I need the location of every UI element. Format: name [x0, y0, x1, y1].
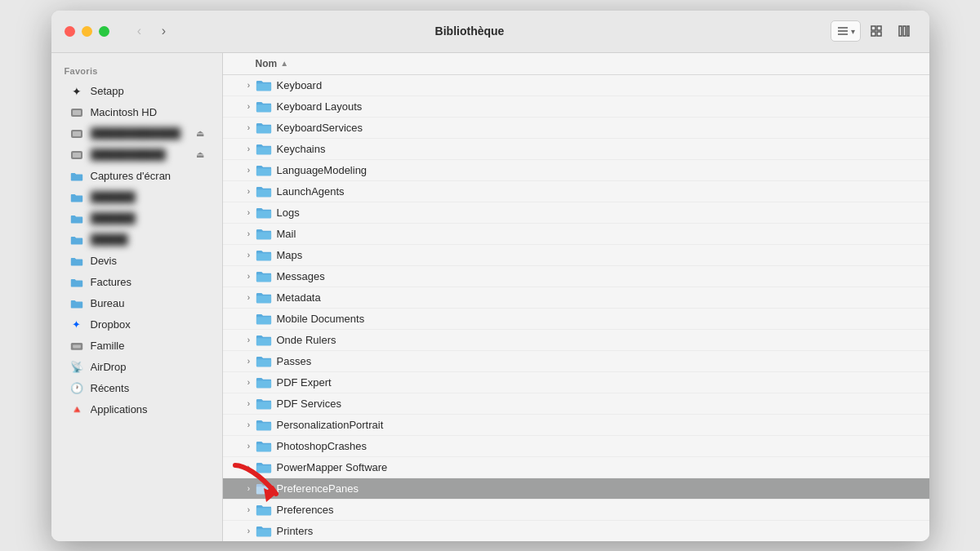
sidebar-item-drive2[interactable]: ██████████ ⏏: [56, 144, 217, 166]
folder-icon: [69, 275, 84, 290]
file-row[interactable]: › PreferencePanes: [223, 478, 929, 500]
expand-arrow-icon[interactable]: ›: [243, 503, 256, 516]
file-name: Preferences: [277, 504, 920, 516]
folder-icon: [256, 78, 272, 91]
sort-ascending-icon: ▲: [280, 59, 288, 68]
sidebar-item-dropbox[interactable]: ✦ Dropbox: [56, 314, 217, 335]
expand-arrow-icon[interactable]: ›: [243, 269, 256, 282]
column-view-button[interactable]: [892, 20, 916, 42]
sidebar-item-airdrop[interactable]: 📡 AirDrop: [56, 357, 217, 378]
sidebar-item-label: AirDrop: [91, 361, 204, 373]
fullscreen-button[interactable]: [99, 26, 109, 37]
expand-arrow-icon[interactable]: ›: [243, 333, 256, 346]
file-name: Passes: [277, 355, 920, 367]
svg-rect-7: [899, 26, 902, 36]
svg-rect-11: [73, 110, 81, 115]
file-row[interactable]: › Passes: [223, 351, 929, 372]
sidebar-item-famille[interactable]: Famille: [56, 335, 217, 357]
close-button[interactable]: [65, 26, 75, 37]
sidebar-item-macintosh-hd[interactable]: Macintosh HD: [56, 102, 217, 123]
expand-arrow-icon[interactable]: ›: [243, 142, 256, 155]
expand-arrow-icon[interactable]: ›: [243, 375, 256, 389]
sidebar-item-folder3[interactable]: █████: [56, 229, 217, 251]
folder-icon: [256, 524, 272, 537]
file-row[interactable]: › Maps: [223, 245, 929, 266]
file-row[interactable]: › PDF Expert: [223, 372, 929, 393]
sidebar-item-folder1[interactable]: ██████: [56, 187, 217, 208]
file-row[interactable]: › Keyboard Layouts: [223, 96, 929, 118]
file-row[interactable]: › Messages: [223, 266, 929, 287]
sidebar-item-recents[interactable]: 🕐 Récents: [56, 378, 217, 399]
expand-arrow-icon[interactable]: ›: [243, 439, 256, 452]
file-row[interactable]: Mobile Documents: [223, 309, 929, 330]
expand-arrow-icon[interactable]: ›: [243, 227, 256, 240]
file-row[interactable]: › PhotoshopCrashes: [223, 436, 929, 457]
recents-icon: 🕐: [69, 381, 84, 396]
expand-arrow-icon[interactable]: ›: [243, 354, 256, 367]
grid-view-button[interactable]: [864, 20, 889, 42]
expand-arrow-icon[interactable]: ›: [243, 163, 256, 176]
list-view-dropdown[interactable]: ▾: [831, 20, 861, 42]
sidebar-item-captures[interactable]: Captures d'écran: [56, 166, 217, 187]
sidebar-item-label: Applications: [91, 403, 204, 415]
expand-arrow-icon[interactable]: ›: [243, 184, 256, 198]
expand-arrow-icon[interactable]: ›: [243, 524, 256, 537]
file-row[interactable]: › KeyboardServices: [223, 118, 929, 139]
sidebar-item-bureau[interactable]: Bureau: [56, 293, 217, 314]
traffic-lights: [65, 26, 109, 37]
folder-icon: [256, 269, 272, 282]
expand-arrow-icon[interactable]: ›: [243, 460, 256, 473]
file-row[interactable]: › LanguageModeling: [223, 160, 929, 181]
sidebar-item-devis[interactable]: Devis: [56, 251, 217, 272]
file-name: Logs: [277, 207, 920, 219]
expand-arrow-icon[interactable]: ›: [243, 291, 256, 304]
file-row[interactable]: › Printers: [223, 521, 929, 541]
folder-icon: [256, 460, 272, 473]
folder-icon: [256, 418, 272, 431]
expand-arrow-icon[interactable]: ›: [243, 206, 256, 219]
file-row[interactable]: › Keychains: [223, 139, 929, 160]
file-name: Keychains: [277, 143, 920, 155]
expand-arrow-icon[interactable]: ›: [243, 418, 256, 431]
sidebar-item-label: Factures: [91, 276, 204, 288]
file-row[interactable]: › Keyboard: [223, 75, 929, 96]
file-row[interactable]: › Logs: [223, 202, 929, 224]
expand-arrow-icon[interactable]: ›: [243, 78, 256, 91]
folder-icon: [256, 248, 272, 261]
folder-icon: [256, 184, 272, 198]
svg-rect-5: [871, 32, 875, 36]
expand-arrow-icon[interactable]: ›: [243, 121, 256, 134]
window-title: Bibliothèque: [119, 24, 821, 38]
sidebar-item-factures[interactable]: Factures: [56, 272, 217, 293]
file-name: LanguageModeling: [277, 164, 920, 176]
sidebar-item-applications[interactable]: 🔺 Applications: [56, 399, 217, 420]
column-name-header[interactable]: Nom ▲: [256, 58, 920, 69]
sidebar-item-label: Dropbox: [91, 318, 204, 331]
file-row[interactable]: › Metadata: [223, 287, 929, 309]
expand-arrow-icon[interactable]: ›: [243, 397, 256, 410]
eject-icon[interactable]: ⏏: [196, 128, 204, 139]
file-row[interactable]: › PDF Services: [223, 393, 929, 415]
minimize-button[interactable]: [82, 26, 92, 37]
sidebar-item-setapp[interactable]: ✦ Setapp: [56, 81, 217, 102]
sidebar-item-folder2[interactable]: ██████: [56, 208, 217, 229]
folder-icon: [69, 190, 84, 205]
drive-icon: [69, 127, 84, 141]
eject-icon[interactable]: ⏏: [196, 149, 204, 160]
expand-arrow-icon[interactable]: ›: [243, 482, 256, 495]
file-row[interactable]: › PersonalizationPortrait: [223, 415, 929, 436]
sidebar-item-drive1[interactable]: ████████████ ⏏: [56, 123, 217, 144]
file-name: Mail: [277, 228, 920, 240]
expand-arrow-icon[interactable]: ›: [243, 248, 256, 261]
file-row[interactable]: › LaunchAgents: [223, 181, 929, 202]
svg-rect-15: [73, 153, 81, 158]
expand-arrow-icon[interactable]: [243, 312, 256, 325]
file-row[interactable]: › Preferences: [223, 500, 929, 521]
sidebar-item-label: ████████████: [91, 127, 189, 140]
svg-rect-6: [877, 32, 881, 36]
file-row[interactable]: › PowerMapper Software: [223, 457, 929, 478]
file-row[interactable]: › Mail: [223, 224, 929, 245]
folder-icon: [256, 100, 272, 113]
expand-arrow-icon[interactable]: ›: [243, 100, 256, 113]
file-row[interactable]: › Onde Rulers: [223, 330, 929, 351]
